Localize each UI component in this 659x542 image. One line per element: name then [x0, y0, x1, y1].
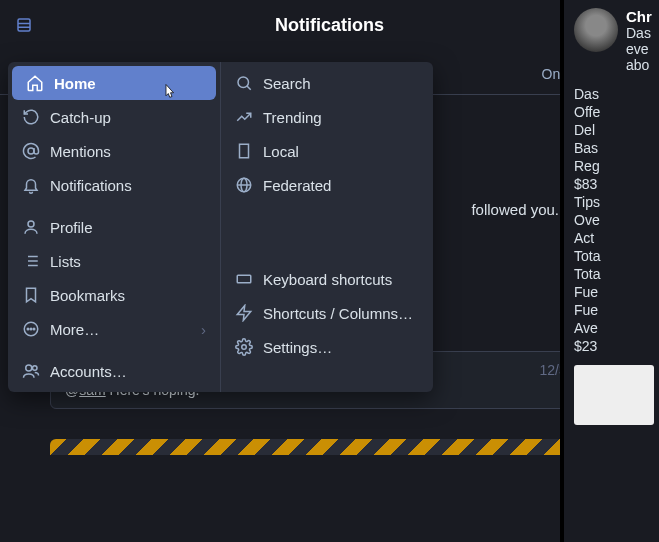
- trending-icon: [235, 108, 253, 126]
- side-line: Ave: [574, 319, 659, 337]
- svg-rect-19: [240, 144, 249, 158]
- main-menu-dropdown: Home Catch-up Mentions Notifications Pro…: [8, 62, 433, 392]
- menu-item-settings[interactable]: Settings…: [221, 330, 433, 364]
- menu-item-catchup[interactable]: Catch-up: [8, 100, 220, 134]
- more-icon: [22, 320, 40, 338]
- menu-item-lists[interactable]: Lists: [8, 244, 220, 278]
- side-line: Tota: [574, 265, 659, 283]
- home-icon: [26, 74, 44, 92]
- user-icon: [22, 218, 40, 236]
- bookmark-icon: [22, 286, 40, 304]
- svg-point-12: [27, 328, 29, 330]
- menu-item-search[interactable]: Search: [221, 66, 433, 100]
- menu-item-more[interactable]: More… ›: [8, 312, 220, 346]
- side-column: Chr Das eve abo DasOffeDelBasReg$83TipsO…: [560, 0, 659, 542]
- menu-item-shortcuts[interactable]: Shortcuts / Columns…: [221, 296, 433, 330]
- chevron-right-icon: ›: [201, 321, 206, 338]
- menu-item-bookmarks[interactable]: Bookmarks: [8, 278, 220, 312]
- menu-item-federated[interactable]: Federated: [221, 168, 433, 202]
- side-line: Das: [574, 85, 659, 103]
- menu-item-profile[interactable]: Profile: [8, 210, 220, 244]
- svg-marker-31: [237, 306, 251, 321]
- side-line: Ove: [574, 211, 659, 229]
- menu-item-accounts[interactable]: Accounts…: [8, 354, 220, 388]
- side-line: Fue: [574, 301, 659, 319]
- history-icon: [22, 108, 40, 126]
- bolt-icon: [235, 304, 253, 322]
- users-icon: [22, 362, 40, 380]
- svg-point-4: [28, 221, 34, 227]
- svg-point-17: [238, 77, 249, 88]
- svg-point-15: [26, 365, 32, 371]
- side-body: DasOffeDelBasReg$83TipsOveActTotaTotaFue…: [574, 85, 659, 355]
- svg-line-18: [247, 86, 251, 90]
- side-line: Tota: [574, 247, 659, 265]
- side-line: Offe: [574, 103, 659, 121]
- menu-col-right: Search Trending Local Federated Keyboard…: [221, 62, 433, 392]
- list-icon: [22, 252, 40, 270]
- side-line: $83: [574, 175, 659, 193]
- side-attachment[interactable]: [574, 365, 654, 425]
- gear-icon: [235, 338, 253, 356]
- menu-item-mentions[interactable]: Mentions: [8, 134, 220, 168]
- svg-point-14: [33, 328, 35, 330]
- side-line: Act: [574, 229, 659, 247]
- menu-item-home[interactable]: Home: [12, 66, 216, 100]
- menu-item-keyboard[interactable]: Keyboard shortcuts: [221, 262, 433, 296]
- menu-item-notifications[interactable]: Notifications: [8, 168, 220, 202]
- side-line: Tips: [574, 193, 659, 211]
- side-line: $23: [574, 337, 659, 355]
- warning-stripe: [50, 439, 609, 455]
- svg-point-3: [28, 148, 34, 154]
- svg-point-13: [30, 328, 32, 330]
- globe-icon: [235, 176, 253, 194]
- keyboard-icon: [235, 270, 253, 288]
- side-line: Reg: [574, 157, 659, 175]
- side-avatar[interactable]: [574, 8, 618, 52]
- side-line: Del: [574, 121, 659, 139]
- side-line: Bas: [574, 139, 659, 157]
- bell-icon: [22, 176, 40, 194]
- side-line: Fue: [574, 283, 659, 301]
- menu-item-local[interactable]: Local: [221, 134, 433, 168]
- menu-item-trending[interactable]: Trending: [221, 100, 433, 134]
- side-author-name: Chr: [626, 8, 652, 25]
- svg-point-16: [33, 366, 38, 371]
- at-icon: [22, 142, 40, 160]
- building-icon: [235, 142, 253, 160]
- menu-col-left: Home Catch-up Mentions Notifications Pro…: [8, 62, 221, 392]
- search-icon: [235, 74, 253, 92]
- svg-point-32: [242, 345, 247, 350]
- svg-rect-27: [237, 275, 251, 283]
- page-title: Notifications: [12, 15, 647, 36]
